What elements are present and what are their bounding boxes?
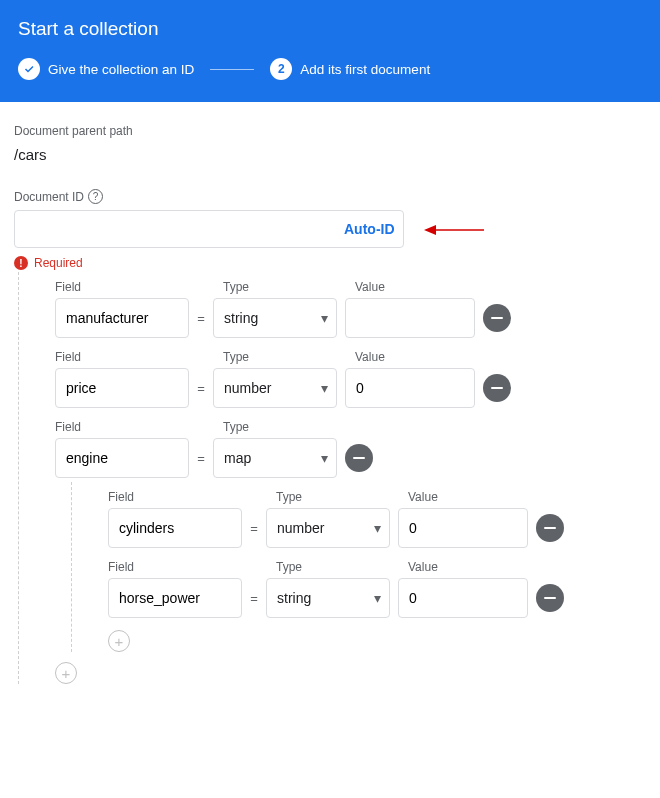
field-label: Field [55,280,195,294]
type-label: Type [276,490,400,504]
document-id-label: Document ID [14,190,84,204]
type-label: Type [223,350,347,364]
check-icon [18,58,40,80]
help-icon[interactable]: ? [88,189,103,204]
remove-field-button[interactable] [536,584,564,612]
type-select[interactable]: map ▾ [213,438,337,478]
equals-icon: = [197,381,205,396]
field-name-input[interactable] [108,578,242,618]
type-select[interactable]: number ▾ [266,508,390,548]
type-select[interactable]: string ▾ [213,298,337,338]
equals-icon: = [250,521,258,536]
equals-icon: = [197,311,205,326]
chevron-down-icon: ▾ [321,310,328,326]
field-value-input[interactable] [345,368,475,408]
equals-icon: = [197,451,205,466]
dialog-title: Start a collection [18,18,642,40]
stepper: Give the collection an ID 2 Add its firs… [18,58,642,80]
field-row: Field Type = map ▾ [37,412,646,482]
annotation-arrow-icon [424,224,484,236]
parent-path-value: /cars [14,146,646,163]
step-connector [210,69,254,70]
field-name-input[interactable] [55,298,189,338]
fields-tree: Field Type Value = string ▾ Field Type V… [18,272,646,684]
remove-field-button[interactable] [483,304,511,332]
type-select[interactable]: number ▾ [213,368,337,408]
dialog-header: Start a collection Give the collection a… [0,0,660,102]
error-text: Required [34,256,83,270]
nested-fields-tree: Field Type Value = number ▾ Fi [71,482,646,652]
field-row: Field Type Value = string ▾ [90,552,646,622]
type-select-value: string [224,310,258,326]
field-label: Field [108,490,248,504]
field-name-input[interactable] [55,438,189,478]
field-label: Field [55,420,195,434]
chevron-down-icon: ▾ [321,380,328,396]
add-nested-field-button[interactable]: + [108,630,130,652]
field-row: Field Type Value = number ▾ [90,482,646,552]
step-1-label: Give the collection an ID [48,62,194,77]
type-select-value: map [224,450,251,466]
type-label: Type [276,560,400,574]
step-2-label: Add its first document [300,62,430,77]
value-label: Value [355,350,385,364]
equals-icon: = [250,591,258,606]
type-select-value: number [224,380,271,396]
field-value-input[interactable] [398,508,528,548]
field-row: Field Type Value = string ▾ [37,272,646,342]
error-icon: ! [14,256,28,270]
value-label: Value [408,560,438,574]
type-select-value: string [277,590,311,606]
field-label: Field [55,350,195,364]
field-value-input[interactable] [345,298,475,338]
field-label: Field [108,560,248,574]
step-1: Give the collection an ID [18,58,194,80]
type-label: Type [223,420,347,434]
field-value-input[interactable] [398,578,528,618]
field-name-input[interactable] [55,368,189,408]
parent-path-label: Document parent path [14,124,646,138]
add-field-button[interactable]: + [55,662,77,684]
step-2: 2 Add its first document [270,58,430,80]
value-label: Value [408,490,438,504]
remove-field-button[interactable] [345,444,373,472]
field-row: Field Type Value = number ▾ [37,342,646,412]
value-label: Value [355,280,385,294]
auto-id-button[interactable]: Auto-ID [334,210,405,248]
document-id-error: ! Required [14,256,646,270]
chevron-down-icon: ▾ [374,590,381,606]
svg-marker-1 [424,225,436,235]
step-2-circle: 2 [270,58,292,80]
field-name-input[interactable] [108,508,242,548]
chevron-down-icon: ▾ [374,520,381,536]
remove-field-button[interactable] [536,514,564,542]
remove-field-button[interactable] [483,374,511,402]
chevron-down-icon: ▾ [321,450,328,466]
type-label: Type [223,280,347,294]
type-select-value: number [277,520,324,536]
type-select[interactable]: string ▾ [266,578,390,618]
